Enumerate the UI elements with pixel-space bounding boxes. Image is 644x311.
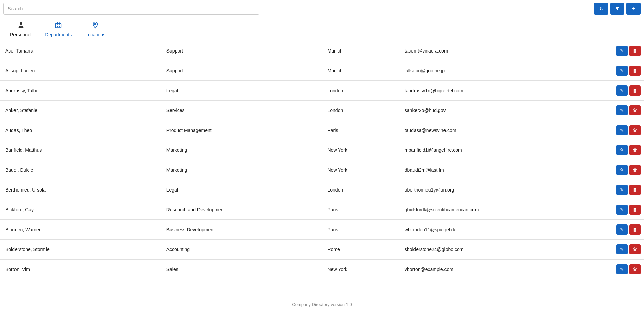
add-button[interactable]: + — [626, 3, 641, 15]
cell-name: Blonden, Warner — [0, 220, 161, 240]
edit-button[interactable]: ✎ — [616, 185, 628, 195]
row-actions: ✎ 🗑 — [598, 244, 641, 254]
edit-button[interactable]: ✎ — [616, 66, 628, 76]
svg-rect-4 — [57, 26, 58, 27]
edit-button[interactable]: ✎ — [616, 205, 628, 215]
cell-name: Allsup, Lucien — [0, 61, 161, 81]
delete-button[interactable]: 🗑 — [629, 145, 641, 155]
table-row: Ace, Tamarra Support Munich tacem@vinaor… — [0, 41, 644, 61]
edit-icon: ✎ — [620, 88, 624, 93]
cell-name: Audas, Theo — [0, 120, 161, 140]
edit-button[interactable]: ✎ — [616, 244, 628, 254]
tab-departments[interactable]: Departments — [38, 18, 79, 41]
table-row: Audas, Theo Product Management Paris tau… — [0, 120, 644, 140]
locations-icon — [92, 21, 99, 31]
row-actions: ✎ 🗑 — [598, 125, 641, 135]
delete-icon: 🗑 — [633, 48, 637, 54]
cell-department: Accounting — [161, 240, 322, 260]
cell-department: Support — [161, 41, 322, 61]
edit-button[interactable]: ✎ — [616, 224, 628, 235]
delete-button[interactable]: 🗑 — [629, 224, 641, 235]
svg-rect-6 — [57, 22, 59, 24]
cell-location: Paris — [322, 200, 399, 220]
cell-department: Legal — [161, 180, 322, 200]
cell-location: London — [322, 101, 399, 120]
footer: Company Directory version 1.0 — [0, 298, 644, 311]
edit-button[interactable]: ✎ — [616, 105, 628, 115]
delete-button[interactable]: 🗑 — [629, 46, 641, 56]
row-actions: ✎ 🗑 — [598, 145, 641, 155]
cell-actions: ✎ 🗑 — [592, 120, 644, 140]
cell-department: Marketing — [161, 140, 322, 160]
search-input[interactable] — [3, 3, 259, 15]
cell-actions: ✎ 🗑 — [592, 180, 644, 200]
cell-actions: ✎ 🗑 — [592, 200, 644, 220]
add-icon: + — [632, 6, 635, 12]
edit-button[interactable]: ✎ — [616, 85, 628, 96]
delete-button[interactable]: 🗑 — [629, 244, 641, 254]
delete-icon: 🗑 — [633, 68, 637, 73]
svg-rect-3 — [59, 24, 60, 25]
edit-button[interactable]: ✎ — [616, 264, 628, 274]
delete-button[interactable]: 🗑 — [629, 205, 641, 215]
cell-name: Bolderstone, Stormie — [0, 240, 161, 260]
delete-icon: 🗑 — [633, 187, 637, 193]
delete-button[interactable]: 🗑 — [629, 185, 641, 195]
cell-email: taudasa@newsvine.com — [399, 120, 592, 140]
cell-location: New York — [322, 260, 399, 279]
delete-button[interactable]: 🗑 — [629, 165, 641, 175]
table-row: Baudi, Dulcie Marketing New York dbaudi2… — [0, 160, 644, 180]
row-actions: ✎ 🗑 — [598, 264, 641, 274]
tab-personnel-label: Personnel — [10, 32, 31, 37]
delete-icon: 🗑 — [633, 227, 637, 232]
table-row: Allsup, Lucien Support Munich lallsupo@g… — [0, 61, 644, 81]
cell-department: Services — [161, 101, 322, 120]
cell-name: Banfield, Matthus — [0, 140, 161, 160]
header-bar: ↻ ▼ + — [0, 0, 644, 18]
cell-name: Baudi, Dulcie — [0, 160, 161, 180]
cell-department: Research and Development — [161, 200, 322, 220]
row-actions: ✎ 🗑 — [598, 66, 641, 76]
refresh-button[interactable]: ↻ — [594, 3, 608, 15]
cell-email: tacem@vinaora.com — [399, 41, 592, 61]
cell-actions: ✎ 🗑 — [592, 160, 644, 180]
delete-button[interactable]: 🗑 — [629, 125, 641, 135]
cell-location: Rome — [322, 240, 399, 260]
delete-button[interactable]: 🗑 — [629, 85, 641, 96]
row-actions: ✎ 🗑 — [598, 205, 641, 215]
cell-email: uberthomieu1y@un.org — [399, 180, 592, 200]
header-actions: ↻ ▼ + — [594, 3, 641, 15]
cell-location: Paris — [322, 220, 399, 240]
edit-icon: ✎ — [620, 267, 624, 272]
delete-button[interactable]: 🗑 — [629, 66, 641, 76]
cell-name: Anker, Stefanie — [0, 101, 161, 120]
cell-actions: ✎ 🗑 — [592, 260, 644, 279]
cell-location: Munich — [322, 41, 399, 61]
row-actions: ✎ 🗑 — [598, 105, 641, 115]
tab-personnel[interactable]: Personnel — [3, 18, 38, 41]
edit-button[interactable]: ✎ — [616, 125, 628, 135]
table-row: Banfield, Matthus Marketing New York mba… — [0, 140, 644, 160]
delete-icon: 🗑 — [633, 267, 637, 272]
delete-icon: 🗑 — [633, 147, 637, 153]
edit-icon: ✎ — [620, 108, 624, 113]
delete-button[interactable]: 🗑 — [629, 264, 641, 274]
edit-button[interactable]: ✎ — [616, 165, 628, 175]
row-actions: ✎ 🗑 — [598, 165, 641, 175]
filter-button[interactable]: ▼ — [610, 3, 624, 15]
cell-location: London — [322, 180, 399, 200]
delete-button[interactable]: 🗑 — [629, 105, 641, 115]
tab-locations[interactable]: Locations — [79, 18, 112, 41]
edit-button[interactable]: ✎ — [616, 145, 628, 155]
svg-rect-1 — [56, 23, 61, 28]
svg-rect-5 — [59, 26, 60, 27]
cell-location: Munich — [322, 61, 399, 81]
cell-email: sanker2o@hud.gov — [399, 101, 592, 120]
edit-button[interactable]: ✎ — [616, 46, 628, 56]
cell-email: tandrassy1n@bigcartel.com — [399, 81, 592, 101]
edit-icon: ✎ — [620, 167, 624, 173]
cell-name: Andrassy, Talbot — [0, 81, 161, 101]
delete-icon: 🗑 — [633, 88, 637, 93]
cell-actions: ✎ 🗑 — [592, 220, 644, 240]
table-row: Blonden, Warner Business Development Par… — [0, 220, 644, 240]
